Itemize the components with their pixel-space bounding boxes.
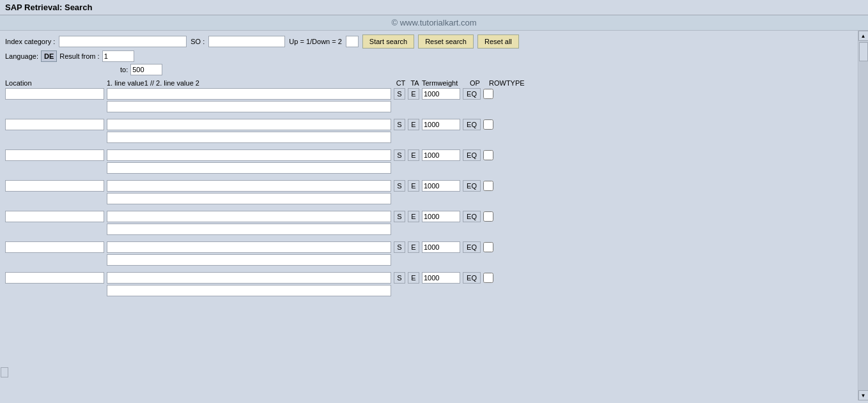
table-row: S E EQ xyxy=(5,272,853,284)
result-from-label: Result from : xyxy=(59,52,99,60)
ta-cell: E xyxy=(408,88,419,100)
reset-all-button[interactable]: Reset all xyxy=(477,34,519,49)
line1-input[interactable] xyxy=(107,119,391,130)
row-group: S E EQ xyxy=(5,88,853,112)
ct-cell[interactable]: S xyxy=(394,272,405,284)
location-input[interactable] xyxy=(5,119,104,130)
reset-search-button[interactable]: Reset search xyxy=(418,34,474,49)
line2-input[interactable] xyxy=(107,193,391,204)
table-row: S E EQ xyxy=(5,241,853,253)
ta-cell: E xyxy=(408,241,419,253)
watermark-bar: © www.tutorialkart.com xyxy=(0,15,868,31)
rowtype-checkbox[interactable] xyxy=(483,181,493,191)
scroll-grip[interactable] xyxy=(1,367,8,377)
rowtype-checkbox[interactable] xyxy=(483,273,493,283)
scroll-up-button[interactable]: ▲ xyxy=(858,31,869,41)
line2-input[interactable] xyxy=(107,254,391,266)
termweight-input[interactable] xyxy=(422,149,460,161)
row-sub xyxy=(107,193,853,204)
controls-row1: Index category : SO : Up = 1/Down = 2 St… xyxy=(5,34,853,49)
op-cell[interactable]: EQ xyxy=(463,272,481,284)
line1-input[interactable] xyxy=(107,149,391,161)
result-from-input[interactable] xyxy=(102,50,134,62)
line1-input[interactable] xyxy=(107,211,391,222)
up-down-input[interactable] xyxy=(346,36,359,47)
ta-cell: E xyxy=(408,211,419,222)
row-group: S E EQ xyxy=(5,241,853,266)
so-input[interactable] xyxy=(208,36,285,47)
op-cell[interactable]: EQ xyxy=(463,241,481,253)
line2-input[interactable] xyxy=(107,162,391,174)
ct-cell[interactable]: S xyxy=(394,119,405,130)
to-label: to: xyxy=(120,66,128,73)
row-sub xyxy=(107,285,853,296)
ct-cell[interactable]: S xyxy=(394,241,405,253)
line1-input[interactable] xyxy=(107,88,391,100)
table-row: S E EQ xyxy=(5,211,853,222)
scroll-thumb[interactable] xyxy=(859,42,868,61)
ta-cell: E xyxy=(408,119,419,130)
location-input[interactable] xyxy=(5,149,104,161)
ct-cell[interactable]: S xyxy=(394,180,405,192)
row-group: S E EQ xyxy=(5,119,853,143)
col-header-ta: TA xyxy=(408,79,422,87)
termweight-input[interactable] xyxy=(422,88,460,100)
line1-input[interactable] xyxy=(107,241,391,253)
rowtype-checkbox[interactable] xyxy=(483,242,493,252)
data-rows: S E EQ S E EQ S E EQ S E EQ xyxy=(5,88,853,299)
line2-input[interactable] xyxy=(107,224,391,235)
column-headers: Location 1. line value1 // 2. line value… xyxy=(5,79,853,87)
row-group: S E EQ xyxy=(5,180,853,204)
start-search-button[interactable]: Start search xyxy=(362,34,414,49)
termweight-input[interactable] xyxy=(422,241,460,253)
location-input[interactable] xyxy=(5,241,104,253)
language-value: DE xyxy=(41,50,57,62)
col-header-location: Location xyxy=(5,79,104,87)
ct-cell[interactable]: S xyxy=(394,211,405,222)
termweight-input[interactable] xyxy=(422,119,460,130)
ta-cell: E xyxy=(408,149,419,161)
controls-row2: Language: DE Result from : xyxy=(5,50,853,62)
line1-input[interactable] xyxy=(107,272,391,284)
index-category-input[interactable] xyxy=(59,36,187,47)
location-input[interactable] xyxy=(5,272,104,284)
op-cell[interactable]: EQ xyxy=(463,119,481,130)
location-input[interactable] xyxy=(5,180,104,192)
to-input[interactable] xyxy=(130,64,162,75)
op-cell[interactable]: EQ xyxy=(463,180,481,192)
col-header-termweight: Termweight xyxy=(422,79,470,87)
rowtype-checkbox[interactable] xyxy=(483,150,493,160)
scroll-down-button[interactable]: ▼ xyxy=(858,390,869,400)
col-header-linevalues: 1. line value1 // 2. line value 2 xyxy=(107,79,391,87)
location-input[interactable] xyxy=(5,211,104,222)
line2-input[interactable] xyxy=(107,132,391,143)
ct-cell[interactable]: S xyxy=(394,149,405,161)
row-sub xyxy=(107,254,853,266)
op-cell[interactable]: EQ xyxy=(463,211,481,222)
ct-cell[interactable]: S xyxy=(394,88,405,100)
line2-input[interactable] xyxy=(107,285,391,296)
rowtype-checkbox[interactable] xyxy=(483,211,493,222)
row-sub xyxy=(107,162,853,174)
col-header-op: OP xyxy=(470,79,489,87)
content-area: Index category : SO : Up = 1/Down = 2 St… xyxy=(0,31,858,400)
line2-input[interactable] xyxy=(107,101,391,112)
scroll-track[interactable] xyxy=(859,41,868,390)
language-label: Language: xyxy=(5,52,38,60)
window-title: SAP Retrieval: Search xyxy=(5,3,92,12)
location-input[interactable] xyxy=(5,88,104,100)
scrollbar[interactable]: ▲ ▼ xyxy=(858,31,868,400)
up-down-label: Up = 1/Down = 2 xyxy=(289,38,342,45)
op-cell[interactable]: EQ xyxy=(463,149,481,161)
controls-row3: to: xyxy=(5,64,853,75)
termweight-input[interactable] xyxy=(422,211,460,222)
termweight-input[interactable] xyxy=(422,180,460,192)
rowtype-checkbox[interactable] xyxy=(483,119,493,130)
termweight-input[interactable] xyxy=(422,272,460,284)
op-cell[interactable]: EQ xyxy=(463,88,481,100)
index-category-label: Index category : xyxy=(5,38,55,45)
table-row: S E EQ xyxy=(5,119,853,130)
row-group: S E EQ xyxy=(5,211,853,235)
rowtype-checkbox[interactable] xyxy=(483,89,493,99)
line1-input[interactable] xyxy=(107,180,391,192)
